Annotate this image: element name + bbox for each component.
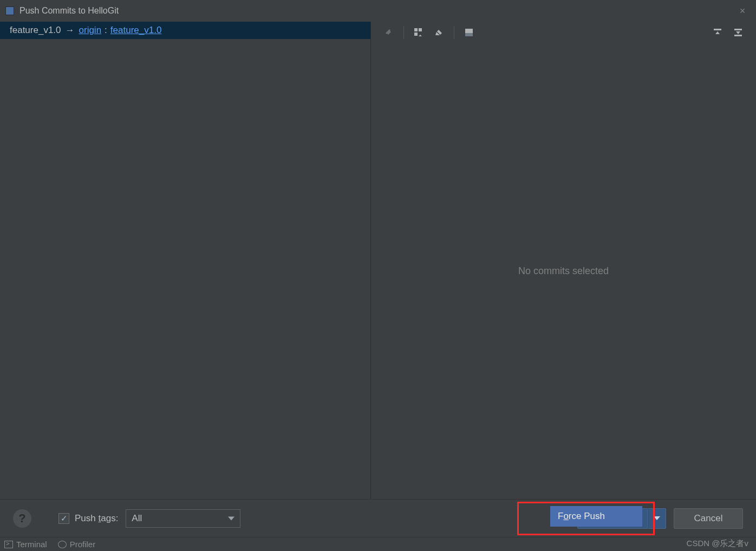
commits-pane: feature_v1.0 → origin : feature_v1.0 bbox=[0, 22, 370, 499]
svg-rect-2 bbox=[414, 33, 418, 36]
terminal-icon bbox=[4, 541, 13, 548]
remote-branch-link[interactable]: feature_v1.0 bbox=[110, 25, 162, 36]
svg-rect-7 bbox=[734, 35, 742, 36]
diff-toolbar bbox=[371, 22, 756, 43]
app-icon bbox=[5, 7, 14, 15]
colon: : bbox=[105, 25, 107, 36]
watermark: CSDN @乐之者v bbox=[687, 539, 748, 549]
preview-icon[interactable] bbox=[459, 24, 479, 41]
local-branch: feature_v1.0 bbox=[10, 25, 61, 36]
push-dropdown-button[interactable] bbox=[648, 508, 666, 529]
force-push-menu-item[interactable]: Force Push bbox=[550, 506, 642, 527]
close-icon[interactable]: × bbox=[734, 5, 751, 17]
push-tags-label: Push tags: bbox=[75, 513, 118, 524]
arrow-right-icon: → bbox=[66, 25, 75, 36]
diff-pane: No commits selected bbox=[370, 22, 756, 499]
svg-rect-4 bbox=[465, 33, 473, 36]
group-by-icon[interactable] bbox=[408, 24, 429, 41]
terminal-tool[interactable]: Terminal bbox=[4, 540, 47, 549]
profiler-label: Profiler bbox=[70, 540, 96, 549]
edit-icon[interactable] bbox=[429, 24, 449, 41]
titlebar: Push Commits to HelloGit × bbox=[0, 0, 756, 22]
tags-scope-value: All bbox=[132, 513, 142, 524]
chevron-down-icon bbox=[654, 516, 660, 520]
profiler-icon bbox=[58, 541, 67, 548]
help-button[interactable] bbox=[13, 509, 31, 528]
svg-rect-1 bbox=[419, 28, 422, 31]
ide-statusbar: Terminal Profiler CSDN @乐之者v bbox=[0, 537, 756, 551]
diff-placeholder: No commits selected bbox=[371, 43, 756, 499]
tags-scope-select[interactable]: All bbox=[126, 509, 240, 528]
toolbar-separator bbox=[454, 26, 454, 39]
push-tags-checkbox[interactable] bbox=[58, 513, 69, 524]
pin-icon[interactable] bbox=[379, 24, 399, 41]
svg-rect-6 bbox=[734, 29, 742, 30]
main-split: feature_v1.0 → origin : feature_v1.0 bbox=[0, 22, 756, 499]
chevron-down-icon bbox=[228, 516, 234, 520]
svg-rect-0 bbox=[414, 28, 418, 31]
remote-link[interactable]: origin bbox=[79, 25, 102, 36]
toolbar-separator bbox=[403, 26, 404, 39]
commits-list-empty bbox=[0, 39, 370, 499]
dialog-footer: Push tags: All Push Cancel bbox=[0, 499, 756, 537]
terminal-label: Terminal bbox=[16, 540, 47, 549]
profiler-tool[interactable]: Profiler bbox=[58, 540, 96, 549]
svg-rect-5 bbox=[714, 29, 721, 30]
expand-up-icon[interactable] bbox=[707, 24, 728, 41]
collapse-down-icon[interactable] bbox=[728, 24, 748, 41]
push-tags-option[interactable]: Push tags: bbox=[58, 513, 118, 524]
branch-row[interactable]: feature_v1.0 → origin : feature_v1.0 bbox=[0, 22, 370, 39]
window-title: Push Commits to HelloGit bbox=[19, 6, 734, 16]
cancel-button[interactable]: Cancel bbox=[674, 508, 743, 529]
